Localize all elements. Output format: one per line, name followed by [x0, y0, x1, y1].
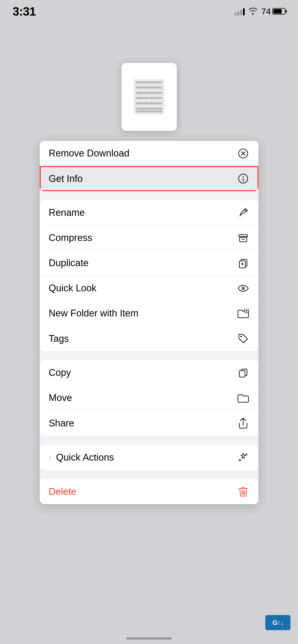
pencil-icon — [237, 208, 249, 218]
new-folder-item[interactable]: New Folder with Item — [40, 301, 259, 326]
status-bar: 3:31 74 — [0, 0, 298, 23]
tag-icon — [237, 333, 249, 344]
copy-icon — [237, 368, 249, 378]
menu-section-1: Remove Download Get Info — [40, 141, 259, 191]
svg-point-2 — [243, 176, 244, 177]
menu-section-2: Rename Compress Duplicate — [40, 200, 259, 351]
circle-info-icon — [237, 173, 249, 184]
svg-rect-3 — [239, 235, 247, 237]
file-thumbnail — [134, 79, 164, 114]
svg-point-8 — [243, 288, 244, 289]
quick-actions-item[interactable]: › Quick Actions — [40, 445, 259, 470]
folder-icon — [237, 393, 249, 403]
battery-level: 74 — [261, 7, 271, 16]
chevron-right-icon: › — [49, 453, 51, 461]
file-preview — [121, 63, 177, 131]
tags-item[interactable]: Tags — [40, 326, 259, 351]
status-time: 3:31 — [13, 5, 36, 18]
trash-icon — [237, 486, 249, 497]
share-icon — [237, 418, 249, 429]
delete-item[interactable]: Delete — [40, 479, 259, 504]
circle-x-icon — [237, 148, 249, 159]
get-info-item[interactable]: Get Info — [40, 166, 259, 191]
home-indicator[interactable] — [126, 637, 172, 639]
signal-icon — [235, 7, 245, 15]
duplicate-icon — [237, 258, 249, 268]
quick-look-item[interactable]: Quick Look — [40, 276, 259, 301]
eye-icon — [237, 285, 249, 292]
archive-icon — [237, 233, 249, 243]
folder-plus-icon — [237, 309, 249, 318]
status-icons: 74 — [235, 6, 285, 17]
context-menu: Remove Download Get Info Rename — [40, 141, 259, 504]
remove-download-item[interactable]: Remove Download — [40, 141, 259, 166]
battery-indicator: 74 — [261, 7, 285, 16]
battery-icon — [272, 8, 285, 15]
watermark: G↑↓ — [265, 615, 290, 630]
compress-item[interactable]: Compress — [40, 225, 259, 251]
wifi-icon — [248, 6, 258, 17]
menu-section-4: › Quick Actions — [40, 445, 259, 470]
rename-item[interactable]: Rename — [40, 200, 259, 225]
duplicate-item[interactable]: Duplicate — [40, 251, 259, 276]
share-item[interactable]: Share — [40, 411, 259, 436]
file-card — [121, 63, 177, 131]
copy-item[interactable]: Copy — [40, 360, 259, 385]
sparkles-icon — [237, 452, 249, 463]
menu-section-3: Copy Move Share — [40, 360, 259, 436]
move-item[interactable]: Move — [40, 385, 259, 411]
svg-point-10 — [240, 336, 242, 337]
menu-section-5: Delete — [40, 479, 259, 504]
svg-rect-12 — [239, 371, 245, 377]
